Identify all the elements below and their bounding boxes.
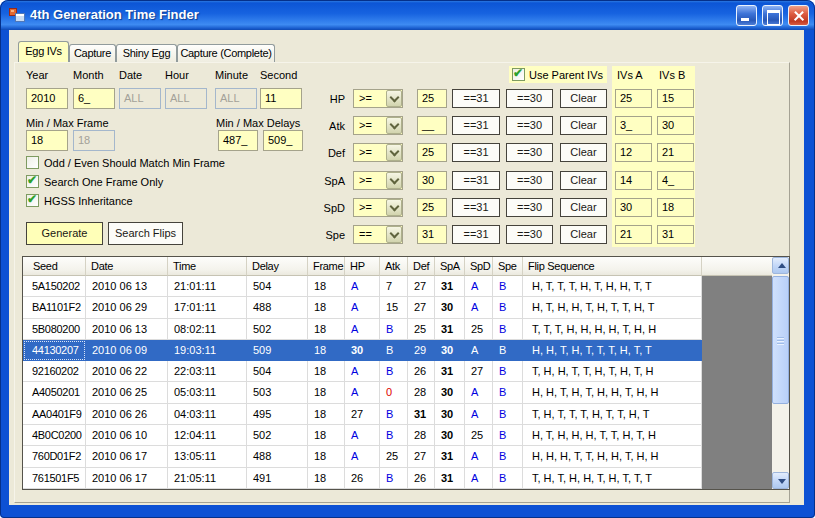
table-row[interactable]: 921602022010 06 2222:03:1150418AB263127B… bbox=[23, 361, 772, 382]
spd-iv-b-input[interactable]: 18 bbox=[657, 198, 694, 217]
def-eq31-button[interactable]: ==31 bbox=[452, 143, 500, 162]
def-eq30-button[interactable]: ==30 bbox=[506, 143, 553, 162]
spa-value-input[interactable]: 30 bbox=[417, 171, 447, 190]
spa-iv-b-input[interactable]: 4_ bbox=[657, 171, 694, 190]
date-input[interactable]: ALL bbox=[119, 88, 161, 109]
max-delay-input[interactable]: 509_ bbox=[263, 130, 303, 151]
hp-eq30-button[interactable]: ==30 bbox=[506, 89, 553, 108]
chevron-down-icon[interactable] bbox=[386, 90, 402, 107]
table-row[interactable]: 441302072010 06 0919:03:115091830B2930AB… bbox=[23, 340, 772, 361]
atk-value-input[interactable]: __ bbox=[417, 116, 447, 135]
atk-eq31-button[interactable]: ==31 bbox=[452, 116, 500, 135]
table-row[interactable]: 760D01F22010 06 1713:05:1148818A252731AB… bbox=[23, 446, 772, 467]
second-input[interactable]: 11 bbox=[260, 88, 302, 109]
tab-capture[interactable]: Capture bbox=[69, 44, 116, 62]
atk-iv-b-input[interactable]: 30 bbox=[657, 116, 694, 135]
minimize-button[interactable] bbox=[736, 5, 757, 26]
tab-capture-complete[interactable]: Capture (Complete) bbox=[177, 44, 275, 62]
atk-clear-button[interactable]: Clear bbox=[560, 116, 607, 135]
column-header-delay[interactable]: Delay bbox=[247, 257, 308, 276]
year-input[interactable]: 2010 bbox=[26, 88, 68, 109]
chevron-down-icon[interactable] bbox=[386, 199, 402, 216]
table-row[interactable]: 761501F52010 06 1721:05:114911826B2631AB… bbox=[23, 468, 772, 489]
table-row[interactable]: A40502012010 06 2505:03:1150318A02830ABH… bbox=[23, 382, 772, 403]
spd-operator-select[interactable]: >= bbox=[353, 198, 403, 217]
spe-eq31-button[interactable]: ==31 bbox=[452, 225, 500, 244]
cell-atk: 25 bbox=[380, 446, 408, 467]
maximize-button[interactable] bbox=[762, 5, 783, 26]
column-header-spd[interactable]: SpD bbox=[465, 257, 493, 276]
def-clear-button[interactable]: Clear bbox=[560, 143, 607, 162]
spd-clear-button[interactable]: Clear bbox=[560, 198, 607, 217]
spe-value-input[interactable]: 31 bbox=[417, 225, 447, 244]
title-bar[interactable]: 4th Generation Time Finder bbox=[0, 0, 815, 30]
hp-operator-select[interactable]: >= bbox=[353, 89, 403, 108]
tab-shiny-egg[interactable]: Shiny Egg bbox=[116, 44, 177, 62]
max-frame-input[interactable]: 18 bbox=[73, 130, 115, 151]
generate-button[interactable]: Generate bbox=[26, 222, 103, 245]
column-header-spe[interactable]: Spe bbox=[493, 257, 523, 276]
column-header-frame[interactable]: Frame bbox=[308, 257, 345, 276]
odd-even-should-match-min-frame-checkbox[interactable] bbox=[26, 156, 39, 169]
table-row[interactable]: 5A1502022010 06 1321:01:1150418A72731ABH… bbox=[23, 276, 772, 297]
spa-operator-select[interactable]: >= bbox=[353, 171, 403, 190]
spd-eq31-button[interactable]: ==31 bbox=[452, 198, 500, 217]
def-operator-select[interactable]: >= bbox=[353, 143, 403, 162]
spa-eq30-button[interactable]: ==30 bbox=[506, 171, 553, 190]
column-header-hp[interactable]: HP bbox=[345, 257, 380, 276]
spd-value-input[interactable]: 25 bbox=[417, 198, 447, 217]
hp-clear-button[interactable]: Clear bbox=[560, 89, 607, 108]
chevron-down-icon[interactable] bbox=[386, 172, 402, 189]
close-button[interactable] bbox=[788, 5, 809, 26]
scrollbar-up-icon[interactable] bbox=[772, 257, 789, 274]
min-delay-input[interactable]: 487_ bbox=[218, 130, 258, 151]
chevron-down-icon[interactable] bbox=[386, 117, 402, 134]
spe-eq30-button[interactable]: ==30 bbox=[506, 225, 553, 244]
spa-iv-a-input[interactable]: 14 bbox=[615, 171, 652, 190]
table-row[interactable]: AA0401F92010 06 2604:03:114951827B3130AB… bbox=[23, 404, 772, 425]
spa-eq31-button[interactable]: ==31 bbox=[452, 171, 500, 190]
table-row[interactable]: 5B0802002010 06 1308:02:1150218AB253125B… bbox=[23, 319, 772, 340]
spd-iv-a-input[interactable]: 30 bbox=[615, 198, 652, 217]
month-input[interactable]: 6_ bbox=[73, 88, 115, 109]
minute-input[interactable]: ALL bbox=[215, 88, 257, 109]
hp-iv-a-input[interactable]: 25 bbox=[615, 89, 652, 108]
spe-iv-b-input[interactable]: 31 bbox=[657, 225, 694, 244]
cell-def: 28 bbox=[408, 382, 435, 403]
spa-clear-button[interactable]: Clear bbox=[560, 171, 607, 190]
spd-eq30-button[interactable]: ==30 bbox=[506, 198, 553, 217]
search-one-frame-only-checkbox[interactable] bbox=[26, 175, 39, 188]
use-parent-ivs-checkbox[interactable] bbox=[512, 68, 525, 81]
spe-iv-a-input[interactable]: 21 bbox=[615, 225, 652, 244]
scrollbar-thumb[interactable] bbox=[772, 276, 789, 404]
column-header-atk[interactable]: Atk bbox=[380, 257, 408, 276]
scrollbar-down-icon[interactable] bbox=[772, 472, 789, 489]
table-row[interactable]: BA1101F22010 06 2917:01:1148818A152730AB… bbox=[23, 297, 772, 318]
def-iv-b-input[interactable]: 21 bbox=[657, 143, 694, 162]
def-iv-a-input[interactable]: 12 bbox=[615, 143, 652, 162]
atk-operator-select[interactable]: >= bbox=[353, 116, 403, 135]
cell-frame: 18 bbox=[308, 276, 345, 297]
spe-clear-button[interactable]: Clear bbox=[560, 225, 607, 244]
hour-input[interactable]: ALL bbox=[165, 88, 207, 109]
atk-eq30-button[interactable]: ==30 bbox=[506, 116, 553, 135]
def-value-input[interactable]: 25 bbox=[417, 143, 447, 162]
column-header-flip-sequence[interactable]: Flip Sequence bbox=[523, 257, 702, 276]
hp-eq31-button[interactable]: ==31 bbox=[452, 89, 500, 108]
column-header-def[interactable]: Def bbox=[408, 257, 435, 276]
column-header-spa[interactable]: SpA bbox=[435, 257, 465, 276]
column-header-time[interactable]: Time bbox=[168, 257, 247, 276]
hp-iv-b-input[interactable]: 15 bbox=[657, 89, 694, 108]
search-flips-button[interactable]: Search Flips bbox=[108, 222, 183, 245]
hp-value-input[interactable]: 25 bbox=[417, 89, 447, 108]
atk-iv-a-input[interactable]: 3_ bbox=[615, 116, 652, 135]
hgss-inheritance-checkbox[interactable] bbox=[26, 194, 39, 207]
table-row[interactable]: 4B0C02002010 06 1012:04:1150218AB283025B… bbox=[23, 425, 772, 446]
spe-operator-select[interactable]: == bbox=[353, 225, 403, 244]
min-frame-input[interactable]: 18 bbox=[26, 130, 68, 151]
chevron-down-icon[interactable] bbox=[386, 144, 402, 161]
column-header-seed[interactable]: Seed bbox=[23, 257, 86, 276]
chevron-down-icon[interactable] bbox=[386, 226, 402, 243]
tab-egg-ivs[interactable]: Egg IVs bbox=[18, 41, 69, 62]
column-header-date[interactable]: Date bbox=[86, 257, 168, 276]
